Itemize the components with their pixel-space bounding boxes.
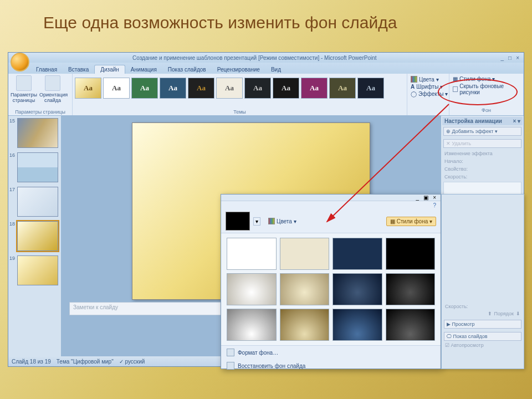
bg-style-10[interactable] (280, 309, 330, 341)
popup-btn-bgstyles[interactable]: ▦ Стили фона ▾ (386, 217, 436, 226)
theme-thumb[interactable]: Aa (301, 78, 328, 99)
btn-slide-orientation[interactable]: Ориентация слайда (39, 75, 66, 103)
popup-menu: Формат фона… Восстановить фон слайда (221, 345, 441, 372)
mini-reorder: ⬆ Порядок ⬇ (445, 311, 520, 316)
bg-style-grid (221, 233, 441, 345)
theme-gallery[interactable]: Aa Aa Aa Aa Aa Aa Aa Aa Aa Aa Aa (75, 75, 385, 99)
anim-section-label: Изменение эффекта (444, 151, 520, 156)
status-theme: Тема "Цифровой мир" (57, 359, 114, 365)
group-title-bg: Фон (453, 108, 520, 114)
bg-style-12[interactable] (386, 309, 436, 341)
tab-home[interactable]: Главная (30, 65, 63, 74)
group-themes: Aa Aa Aa Aa Aa Aa Aa Aa Aa Aa Aa Темы (73, 74, 407, 115)
thumb-19[interactable]: 19 (11, 255, 59, 285)
anim-start: Начало: (444, 158, 520, 164)
bg-styles-popup: _ ▣ × ? ▾ Цвета ▾ ▦ Стили фона ▾ Формат … (221, 194, 441, 369)
slide-thumbnails[interactable]: 15 16 17 18 19 (8, 116, 62, 356)
bg-style-7[interactable] (332, 273, 382, 305)
btn-bg-styles[interactable]: ▦Стили фона ▾ (453, 75, 520, 83)
popup-theme-thumb[interactable] (226, 212, 250, 231)
fonts-icon: A (411, 84, 415, 90)
checkbox-icon (453, 86, 458, 92)
bgstyles-icon: ▦ (453, 76, 458, 82)
thumb-18[interactable]: 18 (11, 221, 59, 251)
btn-remove-effect: ✕ Удалить (443, 139, 521, 148)
format-bg-icon (227, 349, 234, 356)
tab-animation[interactable]: Анимация (125, 65, 162, 74)
maximize-icon[interactable]: □ (506, 55, 514, 61)
btn-effects[interactable]: ◯Эффекты ▾ (411, 90, 446, 98)
theme-thumb[interactable]: Aa (75, 78, 101, 99)
theme-thumb[interactable]: Aa (329, 78, 356, 99)
theme-thumb[interactable]: Aa (244, 78, 271, 99)
btn-add-effect[interactable]: ⊕ Добавить эффект ▾ (443, 127, 521, 136)
mini-play[interactable]: ▶ Просмотр (444, 320, 521, 329)
btn-colors[interactable]: Цвета ▾ (411, 75, 446, 83)
menu-restore-bg[interactable]: Восстановить фон слайда (221, 359, 441, 372)
group-title-page: Параметры страницы (11, 109, 70, 115)
bg-style-6[interactable] (280, 273, 330, 305)
anim-pane-overlay: Скорость: ⬆ Порядок ⬇ ▶ Просмотр 🖵 Показ… (441, 194, 524, 369)
title-bar: Создание и применение шаблонов презентац… (8, 53, 524, 63)
status-slide-count: Слайд 18 из 19 (12, 359, 51, 365)
anim-speed: Скорость: (444, 174, 520, 180)
anim-property: Свойство: (444, 166, 520, 172)
popup-btn-colors[interactable]: Цвета ▾ (266, 217, 299, 225)
effects-icon: ◯ (411, 91, 417, 97)
gallery-more-icon[interactable]: ▾ (253, 217, 260, 226)
colors-icon (411, 76, 417, 83)
menu-format-bg[interactable]: Формат фона… (221, 346, 441, 359)
bg-style-4[interactable] (386, 238, 436, 270)
presentation-slide-title: Еще одна возможность изменить фон слайда (0, 0, 532, 32)
ribbon: Параметры страницы Ориентация слайда Пар… (8, 74, 524, 116)
bg-style-1[interactable] (227, 238, 277, 270)
theme-thumb[interactable]: Aa (216, 78, 243, 99)
popup-max-icon[interactable]: ▣ (423, 195, 428, 201)
minimize-icon[interactable]: _ (499, 55, 507, 61)
window-title: Создание и применение шаблонов презентац… (11, 55, 499, 61)
anim-close-icon[interactable]: × ▾ (513, 118, 520, 124)
btn-page-setup[interactable]: Параметры страницы (11, 75, 37, 103)
tab-review[interactable]: Рецензирование (212, 65, 265, 74)
theme-thumb[interactable]: Aa (273, 78, 299, 99)
group-title-themes: Темы (75, 109, 405, 115)
theme-thumb[interactable]: Aa (188, 78, 214, 99)
theme-thumb[interactable]: Aa (131, 78, 158, 99)
bg-style-11[interactable] (332, 309, 382, 341)
bg-style-3[interactable] (332, 238, 382, 270)
tab-slideshow[interactable]: Показ слайдов (162, 65, 212, 74)
thumb-16[interactable]: 16 (11, 152, 59, 182)
close-icon[interactable]: × (514, 55, 521, 61)
group-page-setup: Параметры страницы Ориентация слайда Пар… (8, 74, 73, 115)
thumb-17[interactable]: 17 (11, 187, 59, 217)
theme-thumb[interactable]: Aa (160, 78, 186, 99)
anim-header: Настройка анимации × ▾ (442, 117, 523, 125)
popup-min-icon[interactable]: _ (416, 195, 420, 201)
mini-speed: Скорость: (445, 304, 520, 309)
restore-bg-icon (227, 362, 234, 370)
popup-titlebar: _ ▣ × (221, 195, 441, 201)
tab-view[interactable]: Вид (265, 65, 287, 74)
btn-fonts[interactable]: AШрифты ▾ (411, 83, 446, 90)
bg-style-9[interactable] (227, 309, 277, 341)
mini-show[interactable]: 🖵 Показ слайдов (444, 332, 521, 341)
tab-design[interactable]: Дизайн (94, 65, 125, 74)
ribbon-tabs: Главная Вставка Дизайн Анимация Показ сл… (8, 63, 524, 74)
group-background: ▦Стили фона ▾ Скрыть фоновые рисунки Фон (449, 74, 524, 115)
mini-auto[interactable]: ☑ Автопросмотр (445, 342, 520, 348)
tab-insert[interactable]: Вставка (63, 65, 94, 74)
popup-help-icon[interactable]: ? (433, 202, 436, 208)
thumb-15[interactable]: 15 (11, 118, 59, 148)
page-setup-icon (16, 75, 32, 91)
bg-style-2[interactable] (280, 238, 330, 270)
theme-thumb[interactable]: Aa (103, 78, 130, 99)
theme-thumb[interactable]: Aa (357, 78, 384, 99)
popup-close-icon[interactable]: × (433, 195, 436, 201)
bg-style-8[interactable] (386, 273, 436, 305)
status-lang[interactable]: ✓ русский (119, 359, 145, 365)
office-button[interactable] (11, 53, 29, 71)
bg-style-5[interactable] (227, 273, 277, 305)
group-theme-options: Цвета ▾ AШрифты ▾ ◯Эффекты ▾ (407, 74, 449, 115)
chk-hide-bg-graphics[interactable]: Скрыть фоновые рисунки (453, 83, 520, 96)
orientation-icon (45, 75, 60, 91)
